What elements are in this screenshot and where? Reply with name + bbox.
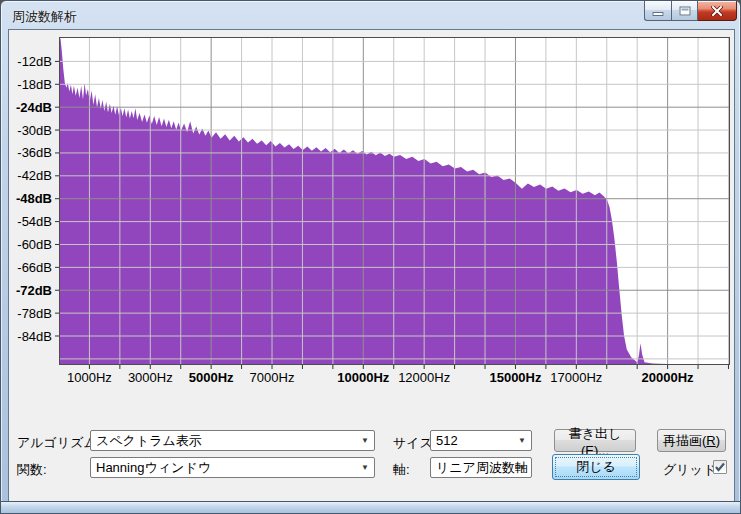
svg-text:20000Hz: 20000Hz [642, 370, 695, 385]
svg-text:3000Hz: 3000Hz [128, 370, 173, 385]
svg-text:-12dB: -12dB [17, 54, 52, 69]
svg-text:-18dB: -18dB [17, 77, 52, 92]
close-button[interactable] [698, 1, 737, 21]
function-label: 関数: [17, 461, 47, 479]
chevron-down-icon: ▼ [361, 458, 369, 478]
svg-text:-84dB: -84dB [17, 329, 52, 344]
svg-text:15000Hz: 15000Hz [489, 370, 542, 385]
axis-label: 軸: [393, 461, 410, 479]
algorithm-label: アルゴリズム: [17, 434, 100, 452]
svg-text:-60dB: -60dB [17, 237, 52, 252]
titlebar[interactable]: 周波数解析 [1, 1, 740, 29]
svg-text:-54dB: -54dB [17, 214, 52, 229]
chevron-down-icon: ▼ [518, 458, 526, 478]
svg-text:5000Hz: 5000Hz [189, 370, 234, 385]
svg-text:-72dB: -72dB [16, 283, 52, 298]
algorithm-select[interactable]: スペクトラム表示 ▼ [90, 430, 375, 451]
close-icon [711, 6, 723, 16]
svg-text:-24dB: -24dB [16, 100, 52, 115]
svg-text:-36dB: -36dB [17, 145, 52, 160]
function-select[interactable]: Hanningウィンドウ ▼ [90, 457, 375, 478]
svg-text:-30dB: -30dB [17, 123, 52, 138]
svg-text:-78dB: -78dB [17, 306, 52, 321]
axis-select[interactable]: リニア周波数軸 ▼ [430, 457, 532, 478]
algorithm-value: スペクトラム表示 [96, 433, 202, 448]
svg-text:12000Hz: 12000Hz [398, 370, 450, 385]
chevron-down-icon: ▼ [361, 431, 369, 451]
maximize-button[interactable] [671, 1, 698, 21]
redraw-button-label: 再描画(R) [658, 432, 725, 450]
frequency-analysis-dialog: 周波数解析 1000Hz3000Hz5000Hz7000Hz10000Hz120… [0, 0, 741, 514]
chevron-down-icon: ▼ [518, 431, 526, 451]
svg-text:1000Hz: 1000Hz [67, 370, 112, 385]
size-select[interactable]: 512 ▼ [430, 430, 532, 451]
redraw-button[interactable]: 再描画(R) [657, 429, 726, 452]
svg-text:7000Hz: 7000Hz [250, 370, 295, 385]
export-button[interactable]: 書き出し(E)... [554, 429, 636, 452]
svg-text:10000Hz: 10000Hz [337, 370, 390, 385]
export-button-label: 書き出し(E)... [555, 424, 635, 457]
check-icon [714, 461, 726, 473]
close-dialog-button-label: 閉じる [553, 458, 639, 476]
svg-text:17000Hz: 17000Hz [550, 370, 602, 385]
svg-text:-48dB: -48dB [16, 191, 52, 206]
dialog-client-area: 1000Hz3000Hz5000Hz7000Hz10000Hz12000Hz15… [8, 29, 735, 503]
axis-value: リニア周波数軸 [436, 460, 528, 475]
minimize-icon [653, 12, 664, 16]
close-dialog-button[interactable]: 閉じる [552, 454, 640, 480]
function-value: Hanningウィンドウ [96, 460, 211, 475]
spectrum-chart[interactable]: 1000Hz3000Hz5000Hz7000Hz10000Hz12000Hz15… [9, 30, 736, 410]
window-bottom-frame [1, 501, 740, 513]
svg-text:-42dB: -42dB [17, 168, 52, 183]
maximize-icon [679, 7, 690, 16]
grid-checkbox[interactable] [713, 460, 727, 474]
svg-text:-66dB: -66dB [17, 260, 52, 275]
size-value: 512 [436, 433, 458, 448]
minimize-button[interactable] [644, 1, 671, 21]
window-title: 周波数解析 [12, 8, 77, 26]
grid-checkbox-label: グリッド [663, 461, 716, 479]
